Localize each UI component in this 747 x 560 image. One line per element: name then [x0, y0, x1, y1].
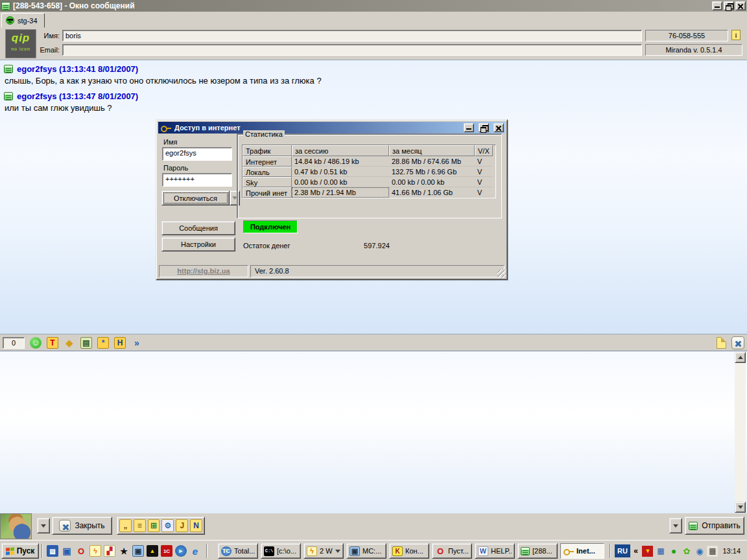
site-link[interactable]: http://stg.biz.ua	[159, 265, 248, 277]
ie-icon[interactable]: e	[189, 545, 201, 557]
start-label: Пуск	[17, 546, 35, 555]
contact-name-field[interactable]: boris	[62, 30, 642, 41]
restore-button[interactable]	[724, 1, 734, 10]
version-statusbar: Ver. 2.60.8	[250, 265, 504, 277]
save-icon[interactable]: ▤	[80, 337, 92, 349]
scrollbar[interactable]	[735, 352, 746, 513]
mail-tray-icon[interactable]: ▩	[707, 546, 718, 557]
settings-button[interactable]: Настройки	[161, 237, 235, 251]
send-icon	[689, 522, 698, 530]
language-indicator[interactable]: RU	[615, 544, 630, 557]
close-icon	[59, 520, 71, 531]
font-icon[interactable]: T	[47, 337, 58, 349]
opera-icon[interactable]: O	[75, 545, 87, 557]
row-header[interactable]: Интернет	[243, 156, 292, 167]
task-thebat-group[interactable]: ϟ 2 W...	[303, 543, 344, 559]
notes-icon[interactable]: N	[190, 519, 202, 532]
task-console[interactable]: C:\ [c:\o...	[261, 543, 301, 559]
start-button[interactable]: Пуск	[1, 543, 39, 559]
task-label: 2 W...	[320, 547, 333, 555]
send-label: Отправить	[702, 521, 741, 530]
snowflake-icon[interactable]: *	[97, 337, 109, 349]
computer-icon[interactable]: ▣	[132, 545, 144, 557]
tab-label: stg-34	[18, 17, 38, 25]
save-doc-icon[interactable]: ▤	[47, 545, 58, 557]
batman-icon[interactable]: ▲	[147, 545, 158, 557]
info-icon[interactable]: i	[731, 30, 741, 40]
row-header[interactable]: Sky	[243, 177, 292, 187]
row-header[interactable]: Локаль	[243, 167, 292, 177]
bgcolor-icon[interactable]: ◆	[64, 337, 75, 349]
message-input-area[interactable]	[0, 351, 747, 513]
qip-logo-sub: no icon	[6, 47, 36, 51]
minimize-button[interactable]	[712, 1, 722, 10]
scroll-down-button[interactable]	[735, 502, 746, 513]
text-lines-icon[interactable]: ≡	[134, 519, 146, 532]
new-page-icon[interactable]	[717, 337, 726, 349]
close-chat-button[interactable]: Закрыть	[52, 517, 112, 535]
col-header-vx[interactable]: V/X	[475, 145, 493, 156]
player-icon[interactable]: ►	[175, 545, 187, 557]
avatar[interactable]	[0, 513, 32, 539]
dialog-minimize-button[interactable]	[464, 123, 474, 132]
messages-button[interactable]: Сообщения	[161, 221, 235, 235]
task-kon[interactable]: K Кон...	[389, 543, 429, 559]
quote-block-icon[interactable]: „	[119, 519, 132, 532]
graphics-icon[interactable]: ▞	[104, 545, 115, 557]
taskbar-separator	[610, 544, 611, 558]
icq-flower-icon[interactable]: ✿	[681, 546, 692, 557]
table-cell-focused[interactable]: 2.38 Mb / 21.94 Mb	[292, 187, 389, 198]
close-button[interactable]	[735, 1, 746, 10]
network-icon[interactable]: ▦	[655, 546, 666, 557]
disconnect-button[interactable]: Отключиться	[161, 191, 230, 205]
row-header[interactable]: Прочий инет	[243, 187, 292, 198]
message-header: egor2fsys (13:13:47 8/01/2007)	[17, 91, 138, 101]
resize-grip[interactable]	[497, 270, 506, 278]
table-cell: 0.00 kb / 0.00 kb	[292, 177, 389, 187]
password-label: Пароль	[163, 164, 188, 172]
tray-chevron[interactable]: «	[631, 546, 640, 555]
thebat-icon: ϟ	[307, 546, 317, 556]
downloader-icon[interactable]: ▼	[642, 546, 653, 557]
history-icon[interactable]: H	[114, 337, 126, 349]
scroll-up-button[interactable]	[735, 352, 746, 363]
window-icon[interactable]: ▣	[61, 545, 73, 557]
smiley-icon[interactable]: ☺	[30, 337, 42, 349]
contact-status-icon	[6, 16, 14, 25]
dialog-close-button[interactable]	[493, 123, 504, 132]
warn-icon: K	[392, 546, 403, 556]
telescope-icon[interactable]: ★	[118, 545, 130, 557]
col-header-traffic[interactable]: Трафик	[243, 145, 292, 156]
message-icon	[521, 547, 530, 555]
task-message-window[interactable]: [288...	[517, 543, 558, 559]
scheduler-icon[interactable]: ●	[668, 546, 679, 557]
quote-icon[interactable]: »	[131, 337, 143, 349]
send-dropdown-button[interactable]	[669, 518, 682, 533]
task-total-commander[interactable]: TC Total...	[218, 543, 258, 559]
task-inet-active[interactable]: Inet...	[560, 543, 604, 559]
send-button[interactable]: Отправить	[685, 517, 744, 535]
site-link-text[interactable]: http://stg.biz.ua	[177, 267, 230, 275]
avatar-dropdown-button[interactable]	[37, 518, 50, 533]
globe-icon[interactable]: ◉	[694, 546, 705, 557]
console-icon: C:\	[264, 546, 274, 556]
window-select-icon[interactable]: ⊞	[148, 519, 160, 532]
close-tab-icon[interactable]	[731, 336, 744, 349]
task-mc[interactable]: ▣ MC:...	[346, 543, 386, 559]
tab-stg-34[interactable]: stg-34	[1, 13, 45, 28]
password-field[interactable]: +++++++	[162, 173, 232, 187]
tools-icon[interactable]: ⚙	[161, 519, 174, 532]
col-header-month[interactable]: за месяц	[389, 145, 475, 156]
login-field[interactable]: egor2fsys	[162, 147, 232, 161]
contact-email-field[interactable]	[62, 44, 642, 56]
dialog-maximize-button[interactable]	[479, 123, 489, 132]
taskbar-separator	[206, 544, 208, 558]
task-opera[interactable]: O Пуст...	[432, 543, 472, 559]
message-icon	[4, 92, 13, 100]
thebat-icon[interactable]: ϟ	[89, 545, 101, 557]
task-word-help[interactable]: W HELP...	[475, 543, 515, 559]
col-header-session[interactable]: за сессию	[292, 145, 389, 156]
1c-icon[interactable]: 1С	[161, 545, 172, 557]
table-cell: 41.66 Mb / 1.06 Gb	[389, 187, 475, 198]
journal-icon[interactable]: J	[176, 519, 188, 532]
